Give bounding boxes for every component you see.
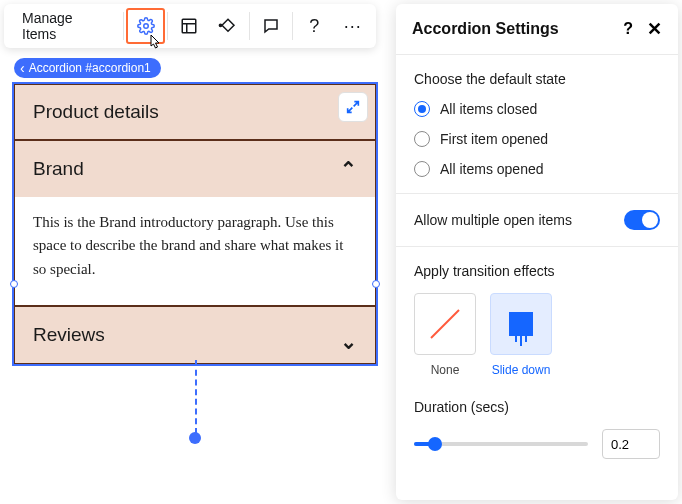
- duration-input[interactable]: [602, 429, 660, 459]
- expand-button[interactable]: [338, 92, 368, 122]
- manage-items-button[interactable]: Manage Items: [8, 8, 121, 44]
- settings-panel: Accordion Settings ? ✕ Choose the defaul…: [396, 4, 678, 500]
- animation-button[interactable]: [208, 8, 246, 44]
- accordion-item[interactable]: Brand ⌃ This is the Brand introductory p…: [14, 140, 376, 306]
- more-button[interactable]: ···: [334, 8, 372, 44]
- toggle-label: Allow multiple open items: [414, 212, 572, 228]
- accordion-body: This is the Brand introductory paragraph…: [15, 197, 375, 305]
- add-handle[interactable]: [189, 432, 201, 444]
- radio-icon: [414, 131, 430, 147]
- chat-icon: [262, 17, 280, 35]
- panel-header: Accordion Settings ? ✕: [396, 4, 678, 55]
- default-state-section: Choose the default state All items close…: [396, 55, 678, 194]
- settings-button[interactable]: [126, 8, 165, 44]
- radio-all-closed[interactable]: All items closed: [414, 101, 660, 117]
- duration-label: Duration (secs): [414, 399, 660, 415]
- section-label: Choose the default state: [414, 71, 660, 87]
- radio-label: All items closed: [440, 101, 537, 117]
- radio-first-opened[interactable]: First item opened: [414, 131, 660, 147]
- element-badge[interactable]: Accordion #accordion1: [14, 58, 161, 78]
- accordion-header[interactable]: Product details: [15, 85, 375, 139]
- accordion-item[interactable]: Product details: [14, 84, 376, 140]
- pointer-cursor-icon: [146, 34, 162, 52]
- resize-handle[interactable]: [10, 280, 18, 288]
- slide-trail-icon: [515, 334, 527, 346]
- effect-none[interactable]: None: [414, 293, 476, 377]
- radio-label: All items opened: [440, 161, 544, 177]
- effect-label: None: [431, 363, 460, 377]
- effect-slide-down[interactable]: Slide down: [490, 293, 552, 377]
- diamond-icon: [218, 17, 238, 35]
- svg-point-4: [219, 24, 221, 26]
- layout-button[interactable]: [170, 8, 208, 44]
- multi-open-section: Allow multiple open items: [396, 194, 678, 247]
- slide-icon: [509, 312, 533, 336]
- svg-rect-1: [182, 19, 196, 33]
- resize-handle[interactable]: [372, 280, 380, 288]
- accordion-title: Brand: [33, 158, 84, 180]
- section-label: Apply transition effects: [414, 263, 660, 279]
- chevron-up-icon: ⌃: [340, 157, 357, 181]
- help-button[interactable]: ?: [295, 8, 333, 44]
- separator: [167, 12, 168, 40]
- floating-toolbar: Manage Items ? ···: [4, 4, 376, 48]
- accordion-header[interactable]: Brand ⌃: [15, 141, 375, 197]
- guide-line: [195, 360, 197, 434]
- svg-point-0: [143, 24, 148, 29]
- duration-slider[interactable]: [414, 442, 588, 446]
- separator: [292, 12, 293, 40]
- expand-icon: [345, 99, 361, 115]
- panel-title: Accordion Settings: [412, 20, 559, 38]
- radio-icon: [414, 101, 430, 117]
- accordion-component[interactable]: Product details Brand ⌃ This is the Bran…: [14, 84, 376, 364]
- chevron-down-icon: ⌃: [340, 329, 357, 353]
- radio-all-opened[interactable]: All items opened: [414, 161, 660, 177]
- multi-open-toggle[interactable]: [624, 210, 660, 230]
- panel-help-button[interactable]: ?: [623, 20, 633, 38]
- accordion-item[interactable]: Reviews ⌃: [14, 306, 376, 364]
- effect-label: Slide down: [492, 363, 551, 377]
- separator: [249, 12, 250, 40]
- none-icon: [425, 304, 465, 344]
- separator: [123, 12, 124, 40]
- layout-icon: [180, 17, 198, 35]
- gear-icon: [137, 17, 155, 35]
- svg-line-5: [431, 310, 459, 338]
- effects-section: Apply transition effects None Slide down…: [396, 247, 678, 475]
- accordion-header[interactable]: Reviews ⌃: [15, 307, 375, 363]
- slider-thumb[interactable]: [428, 437, 442, 451]
- accordion-title: Reviews: [33, 324, 105, 346]
- radio-label: First item opened: [440, 131, 548, 147]
- radio-icon: [414, 161, 430, 177]
- panel-close-button[interactable]: ✕: [647, 18, 662, 40]
- accordion-title: Product details: [33, 101, 159, 123]
- comment-button[interactable]: [252, 8, 290, 44]
